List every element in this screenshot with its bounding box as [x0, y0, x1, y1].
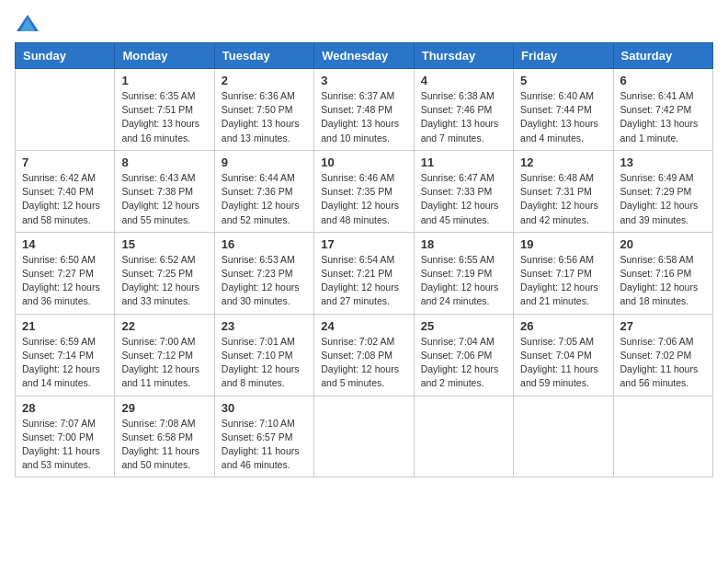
day-info: Sunrise: 6:52 AMSunset: 7:25 PMDaylight:…	[121, 253, 207, 309]
day-info: Sunrise: 7:05 AMSunset: 7:04 PMDaylight:…	[520, 335, 606, 391]
week-row-4: 21Sunrise: 6:59 AMSunset: 7:14 PMDayligh…	[16, 314, 713, 396]
day-number: 17	[321, 237, 406, 251]
day-number: 19	[520, 237, 606, 251]
calendar-cell: 25Sunrise: 7:04 AMSunset: 7:06 PMDayligh…	[414, 314, 513, 396]
calendar-cell: 15Sunrise: 6:52 AMSunset: 7:25 PMDayligh…	[115, 232, 214, 314]
calendar-cell: 20Sunrise: 6:58 AMSunset: 7:16 PMDayligh…	[613, 232, 712, 314]
day-info: Sunrise: 7:00 AMSunset: 7:12 PMDaylight:…	[121, 335, 207, 391]
calendar-cell: 13Sunrise: 6:49 AMSunset: 7:29 PMDayligh…	[613, 150, 712, 232]
logo-icon	[17, 15, 39, 31]
day-number: 4	[421, 74, 506, 87]
day-info: Sunrise: 6:35 AMSunset: 7:51 PMDaylight:…	[121, 89, 207, 145]
calendar-cell: 14Sunrise: 6:50 AMSunset: 7:27 PMDayligh…	[16, 232, 115, 314]
calendar-header-row: SundayMondayTuesdayWednesdayThursdayFrid…	[16, 43, 713, 69]
day-number: 7	[22, 155, 108, 169]
calendar-cell: 22Sunrise: 7:00 AMSunset: 7:12 PMDayligh…	[115, 314, 214, 396]
day-header-tuesday: Tuesday	[214, 43, 313, 69]
day-info: Sunrise: 6:44 AMSunset: 7:36 PMDaylight:…	[222, 171, 307, 227]
day-number: 18	[421, 237, 506, 251]
week-row-3: 14Sunrise: 6:50 AMSunset: 7:27 PMDayligh…	[16, 232, 713, 314]
day-info: Sunrise: 6:36 AMSunset: 7:50 PMDaylight:…	[222, 89, 307, 145]
day-info: Sunrise: 6:48 AMSunset: 7:31 PMDaylight:…	[520, 171, 606, 227]
day-number: 24	[321, 319, 406, 333]
day-info: Sunrise: 6:50 AMSunset: 7:27 PMDaylight:…	[22, 253, 108, 309]
day-number: 13	[620, 155, 706, 169]
day-info: Sunrise: 6:47 AMSunset: 7:33 PMDaylight:…	[421, 171, 506, 227]
day-info: Sunrise: 6:40 AMSunset: 7:44 PMDaylight:…	[520, 89, 606, 145]
calendar-cell: 7Sunrise: 6:42 AMSunset: 7:40 PMDaylight…	[16, 150, 115, 232]
day-number: 6	[620, 74, 706, 87]
day-number: 21	[22, 319, 108, 333]
day-info: Sunrise: 6:42 AMSunset: 7:40 PMDaylight:…	[22, 171, 108, 227]
day-header-friday: Friday	[514, 43, 613, 69]
calendar-cell: 4Sunrise: 6:38 AMSunset: 7:46 PMDaylight…	[414, 69, 513, 151]
day-info: Sunrise: 7:06 AMSunset: 7:02 PMDaylight:…	[620, 335, 706, 391]
calendar-cell: 30Sunrise: 7:10 AMSunset: 6:57 PMDayligh…	[214, 396, 313, 477]
week-row-5: 28Sunrise: 7:07 AMSunset: 7:00 PMDayligh…	[16, 396, 713, 477]
day-number: 10	[321, 155, 406, 169]
calendar-cell: 27Sunrise: 7:06 AMSunset: 7:02 PMDayligh…	[613, 314, 712, 396]
calendar-cell: 11Sunrise: 6:47 AMSunset: 7:33 PMDayligh…	[414, 150, 513, 232]
calendar-cell: 23Sunrise: 7:01 AMSunset: 7:10 PMDayligh…	[214, 314, 313, 396]
calendar-cell: 28Sunrise: 7:07 AMSunset: 7:00 PMDayligh…	[16, 396, 115, 477]
day-info: Sunrise: 6:46 AMSunset: 7:35 PMDaylight:…	[321, 171, 406, 227]
day-number: 1	[121, 74, 207, 87]
calendar-cell	[414, 396, 513, 477]
day-header-wednesday: Wednesday	[314, 43, 414, 69]
day-info: Sunrise: 6:38 AMSunset: 7:46 PMDaylight:…	[421, 89, 506, 145]
calendar-cell: 6Sunrise: 6:41 AMSunset: 7:42 PMDaylight…	[613, 69, 712, 151]
day-number: 25	[421, 319, 506, 333]
day-info: Sunrise: 6:43 AMSunset: 7:38 PMDaylight:…	[121, 171, 207, 227]
day-number: 20	[620, 237, 706, 251]
day-header-monday: Monday	[115, 43, 214, 69]
day-header-thursday: Thursday	[414, 43, 513, 69]
day-info: Sunrise: 6:53 AMSunset: 7:23 PMDaylight:…	[222, 253, 307, 309]
day-header-sunday: Sunday	[16, 43, 115, 69]
day-number: 5	[520, 74, 606, 87]
calendar-cell	[514, 396, 613, 477]
calendar-cell: 29Sunrise: 7:08 AMSunset: 6:58 PMDayligh…	[115, 396, 214, 477]
day-info: Sunrise: 7:02 AMSunset: 7:08 PMDaylight:…	[321, 335, 406, 391]
day-number: 3	[321, 74, 406, 87]
day-number: 30	[222, 401, 307, 415]
day-number: 27	[620, 319, 706, 333]
calendar-cell: 10Sunrise: 6:46 AMSunset: 7:35 PMDayligh…	[314, 150, 414, 232]
week-row-2: 7Sunrise: 6:42 AMSunset: 7:40 PMDaylight…	[16, 150, 713, 232]
day-info: Sunrise: 7:07 AMSunset: 7:00 PMDaylight:…	[22, 417, 108, 473]
day-info: Sunrise: 6:37 AMSunset: 7:48 PMDaylight:…	[321, 89, 406, 145]
day-number: 23	[222, 319, 307, 333]
day-number: 16	[222, 237, 307, 251]
calendar-cell: 2Sunrise: 6:36 AMSunset: 7:50 PMDaylight…	[214, 69, 313, 151]
day-number: 8	[121, 155, 207, 169]
day-number: 12	[520, 155, 606, 169]
calendar-cell: 21Sunrise: 6:59 AMSunset: 7:14 PMDayligh…	[16, 314, 115, 396]
day-header-saturday: Saturday	[613, 43, 712, 69]
week-row-1: 1Sunrise: 6:35 AMSunset: 7:51 PMDaylight…	[16, 69, 713, 151]
calendar-cell: 17Sunrise: 6:54 AMSunset: 7:21 PMDayligh…	[314, 232, 414, 314]
day-number: 28	[22, 401, 108, 415]
page-header	[15, 15, 713, 31]
calendar-cell: 8Sunrise: 6:43 AMSunset: 7:38 PMDaylight…	[115, 150, 214, 232]
day-info: Sunrise: 6:49 AMSunset: 7:29 PMDaylight:…	[620, 171, 706, 227]
calendar-cell: 1Sunrise: 6:35 AMSunset: 7:51 PMDaylight…	[115, 69, 214, 151]
day-number: 29	[121, 401, 207, 415]
day-info: Sunrise: 6:56 AMSunset: 7:17 PMDaylight:…	[520, 253, 606, 309]
day-info: Sunrise: 6:59 AMSunset: 7:14 PMDaylight:…	[22, 335, 108, 391]
day-info: Sunrise: 7:01 AMSunset: 7:10 PMDaylight:…	[222, 335, 307, 391]
day-number: 9	[222, 155, 307, 169]
calendar-cell: 12Sunrise: 6:48 AMSunset: 7:31 PMDayligh…	[514, 150, 613, 232]
calendar-cell: 26Sunrise: 7:05 AMSunset: 7:04 PMDayligh…	[514, 314, 613, 396]
calendar-cell	[16, 69, 115, 151]
day-number: 15	[121, 237, 207, 251]
calendar-cell	[613, 396, 712, 477]
day-number: 2	[222, 74, 307, 87]
calendar-cell	[314, 396, 414, 477]
day-number: 26	[520, 319, 606, 333]
calendar-cell: 19Sunrise: 6:56 AMSunset: 7:17 PMDayligh…	[514, 232, 613, 314]
day-info: Sunrise: 7:10 AMSunset: 6:57 PMDaylight:…	[222, 417, 307, 473]
day-info: Sunrise: 6:55 AMSunset: 7:19 PMDaylight:…	[421, 253, 506, 309]
calendar-cell: 5Sunrise: 6:40 AMSunset: 7:44 PMDaylight…	[514, 69, 613, 151]
day-number: 11	[421, 155, 506, 169]
calendar-cell: 18Sunrise: 6:55 AMSunset: 7:19 PMDayligh…	[414, 232, 513, 314]
day-info: Sunrise: 7:04 AMSunset: 7:06 PMDaylight:…	[421, 335, 506, 391]
